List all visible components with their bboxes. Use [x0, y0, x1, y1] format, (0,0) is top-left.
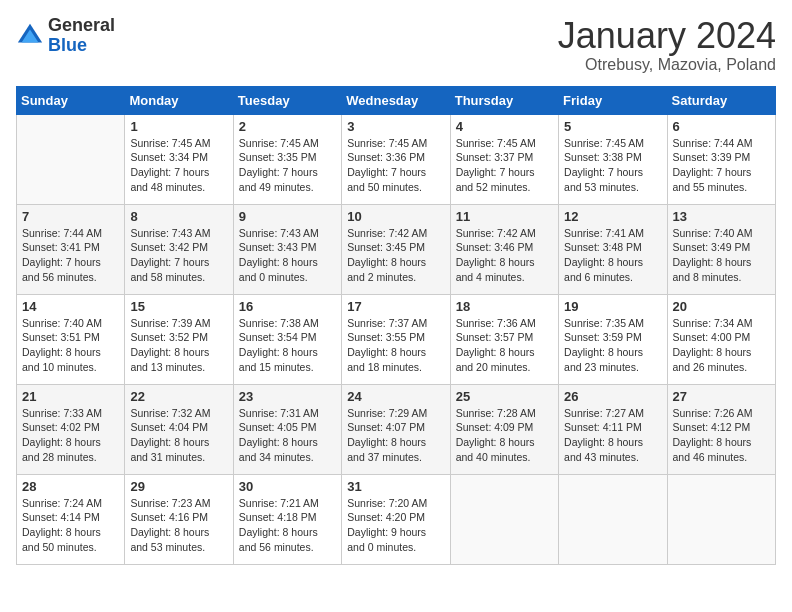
- day-cell: 30Sunrise: 7:21 AM Sunset: 4:18 PM Dayli…: [233, 474, 341, 564]
- week-row-2: 7Sunrise: 7:44 AM Sunset: 3:41 PM Daylig…: [17, 204, 776, 294]
- day-info: Sunrise: 7:40 AM Sunset: 3:49 PM Dayligh…: [673, 226, 770, 285]
- day-cell: 1Sunrise: 7:45 AM Sunset: 3:34 PM Daylig…: [125, 114, 233, 204]
- day-number: 21: [22, 389, 119, 404]
- day-cell: 8Sunrise: 7:43 AM Sunset: 3:42 PM Daylig…: [125, 204, 233, 294]
- day-cell: 19Sunrise: 7:35 AM Sunset: 3:59 PM Dayli…: [559, 294, 667, 384]
- day-info: Sunrise: 7:42 AM Sunset: 3:45 PM Dayligh…: [347, 226, 444, 285]
- calendar-subtitle: Otrebusy, Mazovia, Poland: [558, 56, 776, 74]
- day-cell: 6Sunrise: 7:44 AM Sunset: 3:39 PM Daylig…: [667, 114, 775, 204]
- day-number: 8: [130, 209, 227, 224]
- header-day-saturday: Saturday: [667, 86, 775, 114]
- day-cell: 20Sunrise: 7:34 AM Sunset: 4:00 PM Dayli…: [667, 294, 775, 384]
- header-day-wednesday: Wednesday: [342, 86, 450, 114]
- day-number: 11: [456, 209, 553, 224]
- header-day-sunday: Sunday: [17, 86, 125, 114]
- day-info: Sunrise: 7:23 AM Sunset: 4:16 PM Dayligh…: [130, 496, 227, 555]
- day-cell: 22Sunrise: 7:32 AM Sunset: 4:04 PM Dayli…: [125, 384, 233, 474]
- week-row-5: 28Sunrise: 7:24 AM Sunset: 4:14 PM Dayli…: [17, 474, 776, 564]
- day-number: 29: [130, 479, 227, 494]
- day-cell: 27Sunrise: 7:26 AM Sunset: 4:12 PM Dayli…: [667, 384, 775, 474]
- week-row-3: 14Sunrise: 7:40 AM Sunset: 3:51 PM Dayli…: [17, 294, 776, 384]
- day-number: 23: [239, 389, 336, 404]
- header-day-tuesday: Tuesday: [233, 86, 341, 114]
- day-info: Sunrise: 7:44 AM Sunset: 3:39 PM Dayligh…: [673, 136, 770, 195]
- day-info: Sunrise: 7:40 AM Sunset: 3:51 PM Dayligh…: [22, 316, 119, 375]
- calendar-title: January 2024: [558, 16, 776, 56]
- calendar-body: 1Sunrise: 7:45 AM Sunset: 3:34 PM Daylig…: [17, 114, 776, 564]
- day-cell: 2Sunrise: 7:45 AM Sunset: 3:35 PM Daylig…: [233, 114, 341, 204]
- logo-general-text: General: [48, 16, 115, 36]
- day-info: Sunrise: 7:27 AM Sunset: 4:11 PM Dayligh…: [564, 406, 661, 465]
- logo-text: General Blue: [48, 16, 115, 56]
- day-number: 27: [673, 389, 770, 404]
- day-info: Sunrise: 7:45 AM Sunset: 3:37 PM Dayligh…: [456, 136, 553, 195]
- day-info: Sunrise: 7:24 AM Sunset: 4:14 PM Dayligh…: [22, 496, 119, 555]
- day-cell: 15Sunrise: 7:39 AM Sunset: 3:52 PM Dayli…: [125, 294, 233, 384]
- day-cell: 3Sunrise: 7:45 AM Sunset: 3:36 PM Daylig…: [342, 114, 450, 204]
- header-day-friday: Friday: [559, 86, 667, 114]
- calendar-header: SundayMondayTuesdayWednesdayThursdayFrid…: [17, 86, 776, 114]
- day-cell: 28Sunrise: 7:24 AM Sunset: 4:14 PM Dayli…: [17, 474, 125, 564]
- day-number: 14: [22, 299, 119, 314]
- day-cell: 10Sunrise: 7:42 AM Sunset: 3:45 PM Dayli…: [342, 204, 450, 294]
- day-number: 7: [22, 209, 119, 224]
- day-info: Sunrise: 7:45 AM Sunset: 3:38 PM Dayligh…: [564, 136, 661, 195]
- day-info: Sunrise: 7:44 AM Sunset: 3:41 PM Dayligh…: [22, 226, 119, 285]
- day-number: 5: [564, 119, 661, 134]
- day-number: 20: [673, 299, 770, 314]
- day-info: Sunrise: 7:28 AM Sunset: 4:09 PM Dayligh…: [456, 406, 553, 465]
- day-info: Sunrise: 7:37 AM Sunset: 3:55 PM Dayligh…: [347, 316, 444, 375]
- page-header: General Blue January 2024 Otrebusy, Mazo…: [16, 16, 776, 74]
- day-number: 16: [239, 299, 336, 314]
- day-info: Sunrise: 7:33 AM Sunset: 4:02 PM Dayligh…: [22, 406, 119, 465]
- logo-blue-text: Blue: [48, 36, 115, 56]
- day-number: 25: [456, 389, 553, 404]
- day-number: 9: [239, 209, 336, 224]
- day-cell: [450, 474, 558, 564]
- day-number: 26: [564, 389, 661, 404]
- day-cell: 13Sunrise: 7:40 AM Sunset: 3:49 PM Dayli…: [667, 204, 775, 294]
- logo-icon: [16, 22, 44, 50]
- day-number: 17: [347, 299, 444, 314]
- day-number: 30: [239, 479, 336, 494]
- day-number: 2: [239, 119, 336, 134]
- day-cell: 21Sunrise: 7:33 AM Sunset: 4:02 PM Dayli…: [17, 384, 125, 474]
- day-info: Sunrise: 7:26 AM Sunset: 4:12 PM Dayligh…: [673, 406, 770, 465]
- day-cell: 31Sunrise: 7:20 AM Sunset: 4:20 PM Dayli…: [342, 474, 450, 564]
- header-day-monday: Monday: [125, 86, 233, 114]
- day-info: Sunrise: 7:38 AM Sunset: 3:54 PM Dayligh…: [239, 316, 336, 375]
- day-info: Sunrise: 7:42 AM Sunset: 3:46 PM Dayligh…: [456, 226, 553, 285]
- day-cell: 9Sunrise: 7:43 AM Sunset: 3:43 PM Daylig…: [233, 204, 341, 294]
- title-section: January 2024 Otrebusy, Mazovia, Poland: [558, 16, 776, 74]
- day-cell: 17Sunrise: 7:37 AM Sunset: 3:55 PM Dayli…: [342, 294, 450, 384]
- day-info: Sunrise: 7:41 AM Sunset: 3:48 PM Dayligh…: [564, 226, 661, 285]
- day-number: 4: [456, 119, 553, 134]
- day-info: Sunrise: 7:34 AM Sunset: 4:00 PM Dayligh…: [673, 316, 770, 375]
- day-number: 28: [22, 479, 119, 494]
- day-number: 31: [347, 479, 444, 494]
- day-info: Sunrise: 7:20 AM Sunset: 4:20 PM Dayligh…: [347, 496, 444, 555]
- logo: General Blue: [16, 16, 115, 56]
- day-cell: 24Sunrise: 7:29 AM Sunset: 4:07 PM Dayli…: [342, 384, 450, 474]
- day-number: 19: [564, 299, 661, 314]
- day-number: 13: [673, 209, 770, 224]
- day-cell: 12Sunrise: 7:41 AM Sunset: 3:48 PM Dayli…: [559, 204, 667, 294]
- day-number: 12: [564, 209, 661, 224]
- day-number: 6: [673, 119, 770, 134]
- day-info: Sunrise: 7:36 AM Sunset: 3:57 PM Dayligh…: [456, 316, 553, 375]
- week-row-4: 21Sunrise: 7:33 AM Sunset: 4:02 PM Dayli…: [17, 384, 776, 474]
- day-info: Sunrise: 7:45 AM Sunset: 3:35 PM Dayligh…: [239, 136, 336, 195]
- day-cell: 7Sunrise: 7:44 AM Sunset: 3:41 PM Daylig…: [17, 204, 125, 294]
- day-info: Sunrise: 7:45 AM Sunset: 3:34 PM Dayligh…: [130, 136, 227, 195]
- day-info: Sunrise: 7:31 AM Sunset: 4:05 PM Dayligh…: [239, 406, 336, 465]
- day-info: Sunrise: 7:32 AM Sunset: 4:04 PM Dayligh…: [130, 406, 227, 465]
- day-info: Sunrise: 7:43 AM Sunset: 3:43 PM Dayligh…: [239, 226, 336, 285]
- day-cell: [17, 114, 125, 204]
- day-info: Sunrise: 7:43 AM Sunset: 3:42 PM Dayligh…: [130, 226, 227, 285]
- day-number: 18: [456, 299, 553, 314]
- day-info: Sunrise: 7:39 AM Sunset: 3:52 PM Dayligh…: [130, 316, 227, 375]
- day-number: 1: [130, 119, 227, 134]
- day-cell: 25Sunrise: 7:28 AM Sunset: 4:09 PM Dayli…: [450, 384, 558, 474]
- header-day-thursday: Thursday: [450, 86, 558, 114]
- week-row-1: 1Sunrise: 7:45 AM Sunset: 3:34 PM Daylig…: [17, 114, 776, 204]
